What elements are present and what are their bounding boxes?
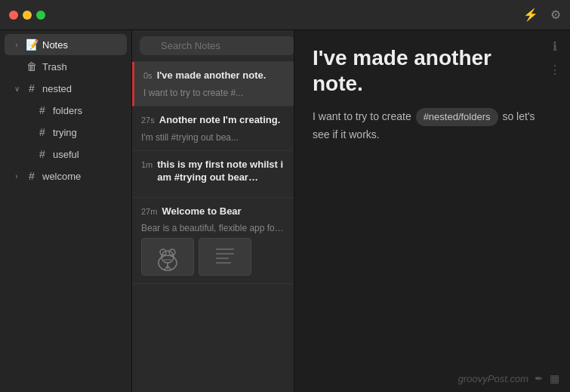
close-button[interactable] <box>9 11 18 20</box>
notes-icon: 📝 <box>26 39 38 51</box>
note-meta: 27m Welcome to Bear <box>141 205 285 221</box>
sidebar-item-welcome[interactable]: › # welcome <box>5 165 127 187</box>
sidebar-item-trash[interactable]: 🗑 Trash <box>5 56 127 77</box>
maximize-button[interactable] <box>36 11 45 20</box>
tag-icon: # <box>26 170 38 182</box>
sidebar-folders-label: folders <box>53 105 119 116</box>
note-thumbnails <box>141 238 285 276</box>
detail-view: ℹ ⋮ I've made another note. I want to tr… <box>294 30 570 392</box>
note-meta: 1m this is my first note whilst i am #tr… <box>141 159 285 187</box>
note-time: 0s <box>143 71 153 80</box>
sliders-icon[interactable]: ⚙ <box>550 8 561 22</box>
sidebar-nested-label: nested <box>42 83 119 94</box>
note-title: this is my first note whilst i am #tryin… <box>157 159 285 184</box>
search-wrapper: 🔍 <box>140 36 294 55</box>
sidebar-item-useful[interactable]: # useful <box>5 144 127 165</box>
grid-icon[interactable]: ▦ <box>550 372 559 384</box>
sidebar-welcome-label: welcome <box>42 171 119 182</box>
notes-list: 🔍 ✏ 0s I've made another note. I want to… <box>132 30 294 392</box>
svg-point-1 <box>162 251 174 263</box>
titlebar-icons: ⚡ ⚙ <box>523 8 561 22</box>
watermark-text: groovyPost.com <box>458 373 528 384</box>
pen-icon[interactable]: ✒ <box>535 372 544 384</box>
sidebar-trying-label: trying <box>53 127 119 138</box>
note-item[interactable]: 0s I've made another note. I want to try… <box>132 62 294 106</box>
tag-icon: # <box>36 148 48 160</box>
minimize-button[interactable] <box>23 11 32 20</box>
sidebar-item-trying[interactable]: # trying <box>5 122 127 143</box>
detail-toolbar: ℹ ⋮ <box>549 39 561 77</box>
sidebar: › 📝 Notes 🗑 Trash ∨ # nested # folders #… <box>0 30 132 392</box>
detail-footer: groovyPost.com ✒ ▦ <box>458 372 559 384</box>
trash-icon: 🗑 <box>26 60 38 73</box>
note-preview: I want to try to create #... <box>143 88 285 98</box>
lines-drawing-icon <box>210 242 240 272</box>
main-layout: › 📝 Notes 🗑 Trash ∨ # nested # folders #… <box>0 30 570 392</box>
chevron-down-icon: ∨ <box>12 85 21 93</box>
chevron-right-icon: › <box>12 172 21 181</box>
sidebar-item-notes[interactable]: › 📝 Notes <box>5 34 127 55</box>
note-preview: I'm still #trying out bea... <box>141 132 285 143</box>
note-time: 1m <box>141 160 153 169</box>
body-before: I want to try to create <box>313 110 411 122</box>
sidebar-notes-label: Notes <box>42 39 119 51</box>
detail-body: I want to try to create #nested/folders … <box>313 108 552 144</box>
search-input[interactable] <box>140 36 294 55</box>
note-thumbnail <box>141 238 194 276</box>
note-thumbnail-2 <box>199 238 251 276</box>
sidebar-item-folders[interactable]: # folders <box>5 100 127 121</box>
tag-icon: # <box>26 82 38 94</box>
note-meta: 27s Another note I'm creating. <box>141 114 285 129</box>
titlebar: ⚡ ⚙ <box>0 0 570 30</box>
note-item[interactable]: 27m Welcome to Bear Bear is a beautiful,… <box>132 198 294 285</box>
lightning-icon[interactable]: ⚡ <box>523 8 538 22</box>
note-title: I've made another note. <box>157 69 267 82</box>
note-item[interactable]: 1m this is my first note whilst i am #tr… <box>132 151 294 198</box>
tag-icon: # <box>36 126 48 138</box>
notes-header: 🔍 ✏ <box>132 30 294 62</box>
note-time: 27m <box>141 207 157 216</box>
traffic-lights <box>9 11 45 20</box>
more-options-icon[interactable]: ⋮ <box>549 63 561 77</box>
chevron-icon: › <box>12 41 21 49</box>
tag-icon: # <box>36 104 48 116</box>
note-time: 27s <box>141 116 155 125</box>
tag-chip[interactable]: #nested/folders <box>416 108 498 126</box>
detail-body-text: I want to try to create #nested/folders … <box>313 108 552 144</box>
note-preview: Bear is a beautiful, flexible app for cr… <box>141 223 285 233</box>
info-icon[interactable]: ℹ <box>553 39 557 54</box>
sidebar-trash-label: Trash <box>42 61 119 73</box>
sidebar-useful-label: useful <box>53 149 119 160</box>
note-title: Another note I'm creating. <box>159 114 281 127</box>
bear-drawing-icon <box>149 242 186 272</box>
notes-scroll: 0s I've made another note. I want to try… <box>132 62 294 392</box>
note-title: Welcome to Bear <box>162 205 241 218</box>
note-meta: 0s I've made another note. <box>143 69 285 85</box>
note-item[interactable]: 27s Another note I'm creating. I'm still… <box>132 106 294 151</box>
sidebar-item-nested[interactable]: ∨ # nested <box>5 78 127 99</box>
detail-title: I've made another note. <box>313 45 552 96</box>
